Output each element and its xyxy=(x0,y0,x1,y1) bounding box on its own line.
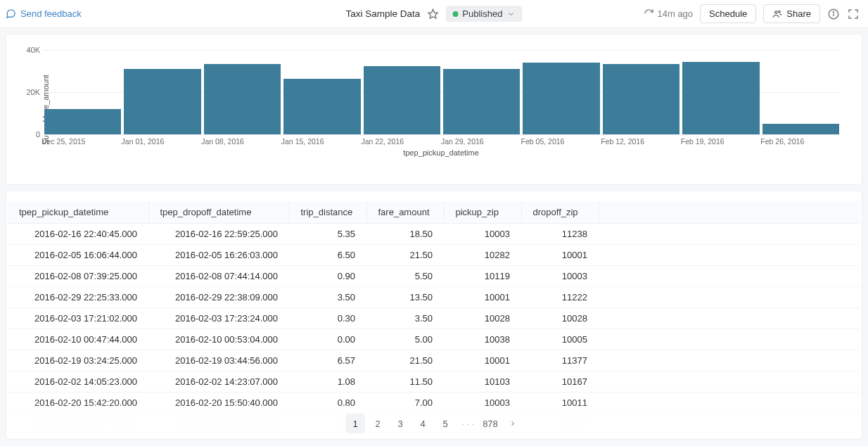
page-button-last[interactable]: 878 xyxy=(480,414,500,433)
chart-bar-slot xyxy=(521,50,601,134)
table-column-header[interactable]: tpep_dropoff_datetime xyxy=(148,201,289,224)
table-row[interactable]: 2016-02-29 22:25:33.0002016-02-29 22:38:… xyxy=(8,287,860,308)
star-icon[interactable] xyxy=(427,8,438,20)
chevron-right-icon xyxy=(509,419,517,428)
page-button[interactable]: 1 xyxy=(345,414,365,433)
refresh-status[interactable]: 14m ago xyxy=(644,8,693,19)
expand-icon[interactable] xyxy=(847,8,860,20)
page-button[interactable]: 3 xyxy=(390,414,410,433)
table-cell: 2016-02-03 17:23:24.000 xyxy=(148,308,289,329)
table-cell: 3.50 xyxy=(289,287,366,308)
table-cell: 10001 xyxy=(444,350,521,371)
table-column-header[interactable]: dropoff_zip xyxy=(521,201,599,224)
table-cell: 2016-02-05 16:06:44.000 xyxy=(8,245,148,266)
page-button[interactable]: 4 xyxy=(413,414,433,433)
table-cell: 5.50 xyxy=(366,266,444,287)
table-cell: 10003 xyxy=(521,266,599,287)
chart-bar[interactable] xyxy=(523,63,599,134)
chart-bar-slot xyxy=(122,50,202,134)
table-cell: 5.00 xyxy=(366,329,444,350)
table-cell: 11238 xyxy=(521,224,599,245)
table-cell: 13.50 xyxy=(366,287,444,308)
table-cell: 11377 xyxy=(521,350,599,371)
table-column-header[interactable]: fare_amount xyxy=(366,201,444,224)
table-column-header[interactable]: pickup_zip xyxy=(444,201,521,224)
chart-bars xyxy=(43,50,841,134)
table-cell: 2016-02-19 03:24:25.000 xyxy=(8,350,148,371)
chart-ytick-label: 40K xyxy=(22,46,40,54)
chart-bar[interactable] xyxy=(762,124,839,134)
refresh-ago-label: 14m ago xyxy=(657,8,693,19)
chart-gridline xyxy=(43,134,841,135)
table-column-header[interactable]: tpep_pickup_datetime xyxy=(8,201,148,224)
send-feedback-label: Send feedback xyxy=(20,8,82,19)
chart-bar[interactable] xyxy=(682,62,759,135)
chart-bar-slot xyxy=(761,50,841,134)
table-cell: 10119 xyxy=(444,266,521,287)
chart-panel: Sum of fare_amount 020K40K Dec 25, 2015J… xyxy=(6,34,862,185)
info-icon[interactable] xyxy=(827,8,840,20)
chart-xtick-label: Dec 25, 2015 xyxy=(42,137,122,146)
chart-xtick-label: Feb 05, 2016 xyxy=(521,137,601,146)
chart-xtick-label: Feb 19, 2016 xyxy=(681,137,761,146)
chart-xtick-label: Jan 08, 2016 xyxy=(201,137,281,146)
chart-bar-slot xyxy=(282,50,362,134)
table-row[interactable]: 2016-02-02 14:05:23.0002016-02-02 14:23:… xyxy=(8,371,860,393)
chart-ytick-label: 0 xyxy=(22,130,40,139)
table-cell: 11.50 xyxy=(366,371,444,393)
chart-bar[interactable] xyxy=(124,69,200,134)
topbar-right: 14m ago Schedule Share xyxy=(644,4,860,23)
table-cell: 2016-02-08 07:44:14.000 xyxy=(148,266,289,287)
table-row[interactable]: 2016-02-16 22:40:45.0002016-02-16 22:59:… xyxy=(8,224,860,245)
table-cell: 2016-02-02 14:23:07.000 xyxy=(148,371,289,393)
table-cell-pad xyxy=(599,245,860,266)
chart-plot-area: 020K40K xyxy=(43,50,841,134)
table-cell: 0.90 xyxy=(289,266,366,287)
chart-bar[interactable] xyxy=(603,64,679,135)
schedule-label: Schedule xyxy=(709,8,747,19)
page-button[interactable]: 2 xyxy=(368,414,388,433)
table-cell: 10167 xyxy=(521,371,599,393)
table-cell: 10028 xyxy=(521,308,599,329)
chart-bar[interactable] xyxy=(443,69,520,134)
chart-xtick-label: Feb 12, 2016 xyxy=(601,137,681,146)
table-cell: 2016-02-19 03:44:56.000 xyxy=(148,350,289,371)
table-cell: 10003 xyxy=(444,224,521,245)
page-title: Taxi Sample Data xyxy=(346,8,421,19)
chart-bar[interactable] xyxy=(204,64,281,135)
table-cell: 6.57 xyxy=(289,350,366,371)
table-row[interactable]: 2016-02-19 03:24:25.0002016-02-19 03:44:… xyxy=(8,350,860,371)
table-cell: 21.50 xyxy=(366,245,444,266)
chart-bar[interactable] xyxy=(364,66,440,135)
svg-marker-0 xyxy=(428,9,438,18)
chart-bar-slot xyxy=(681,50,760,134)
table-column-header[interactable]: trip_distance xyxy=(289,201,366,224)
status-dot-icon xyxy=(452,11,458,17)
table-row[interactable]: 2016-02-10 00:47:44.0002016-02-10 00:53:… xyxy=(8,329,860,350)
publish-status-dropdown[interactable]: Published xyxy=(445,6,522,22)
chevron-down-icon xyxy=(506,10,515,18)
chart-bar[interactable] xyxy=(283,79,360,135)
svg-point-2 xyxy=(779,11,781,13)
table-cell: 0.30 xyxy=(289,308,366,329)
table-cell: 2016-02-02 14:05:23.000 xyxy=(8,371,148,393)
chart-xtick-label: Jan 29, 2016 xyxy=(441,137,521,146)
table-cell: 21.50 xyxy=(366,350,444,371)
share-button[interactable]: Share xyxy=(763,4,820,23)
table-cell-pad xyxy=(599,350,860,371)
page-next-button[interactable] xyxy=(503,414,523,433)
chart-bar[interactable] xyxy=(44,109,121,134)
table-cell-pad xyxy=(599,371,860,393)
chart-bar-slot xyxy=(362,50,442,134)
table-row[interactable]: 2016-02-03 17:21:02.0002016-02-03 17:23:… xyxy=(8,308,860,329)
schedule-button[interactable]: Schedule xyxy=(700,4,756,23)
publish-label: Published xyxy=(462,8,502,19)
page-button[interactable]: 5 xyxy=(435,414,455,433)
table-row[interactable]: 2016-02-08 07:39:25.0002016-02-08 07:44:… xyxy=(8,266,860,287)
chat-icon xyxy=(6,8,16,19)
title-group: Taxi Sample Data Published xyxy=(346,6,523,22)
table-row[interactable]: 2016-02-05 16:06:44.0002016-02-05 16:26:… xyxy=(8,245,860,266)
table-header-row: tpep_pickup_datetimetpep_dropoff_datetim… xyxy=(8,201,860,224)
table-cell: 2016-02-16 22:59:25.000 xyxy=(148,224,289,245)
send-feedback-link[interactable]: Send feedback xyxy=(6,8,82,19)
